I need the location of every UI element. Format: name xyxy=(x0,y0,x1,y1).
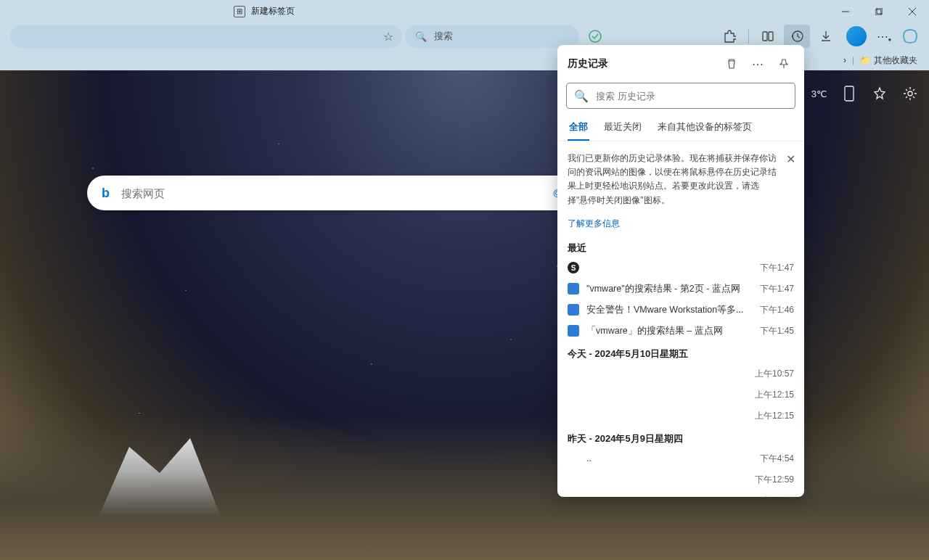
favicon xyxy=(568,325,579,337)
svg-rect-9 xyxy=(845,86,854,101)
search-placeholder: 搜索 xyxy=(434,30,453,43)
ntp-top-right: 3℃ xyxy=(811,85,919,102)
svg-rect-2 xyxy=(877,8,883,14)
pin-icon[interactable] xyxy=(774,54,794,74)
favicon xyxy=(568,368,579,379)
favicon xyxy=(568,283,579,295)
section-yesterday: 昨天 - 2024年5月9日星期四 xyxy=(557,427,804,448)
toolbar-search[interactable]: 🔍 搜索 xyxy=(405,25,579,48)
minimize-button[interactable] xyxy=(829,0,862,22)
svg-rect-7 xyxy=(769,32,773,41)
rewards-icon[interactable] xyxy=(871,85,888,102)
favicon xyxy=(568,304,579,316)
search-icon: 🔍 xyxy=(415,31,427,42)
browser-tab[interactable]: ⊞ 新建标签页 xyxy=(225,5,303,17)
folder-icon: 📁 xyxy=(860,55,871,65)
tab-recently-closed[interactable]: 最近关闭 xyxy=(602,116,643,141)
history-notice: 我们已更新你的历史记录体验。现在将捕获并保存你访问的资讯网站的图像，以便在将鼠标… xyxy=(566,149,795,210)
section-recent: 最近 xyxy=(557,236,804,258)
notice-close-icon[interactable]: ✕ xyxy=(786,150,795,169)
history-item-time: 下午1:47 xyxy=(760,262,794,274)
section-today: 今天 - 2024年5月10日星期五 xyxy=(557,342,804,363)
history-item[interactable]: "vmware"的搜索结果 - 第2页 - 蓝点网下午1:47 xyxy=(557,279,804,300)
history-item-title: .. xyxy=(586,453,753,464)
mobile-icon[interactable] xyxy=(840,85,858,102)
history-item[interactable]: 上午10:57 xyxy=(557,363,804,384)
ntp-search-input[interactable] xyxy=(121,187,541,199)
favicon xyxy=(568,474,579,485)
history-item[interactable]: 下午12:59 xyxy=(557,469,804,490)
titlebar: ⊞ 新建标签页 xyxy=(0,0,929,22)
close-button[interactable] xyxy=(896,0,929,22)
history-item[interactable]: 安全警告！VMware Workstation等多...下午1:46 xyxy=(557,300,804,321)
history-item[interactable]: 上午12:15 xyxy=(557,384,804,405)
history-search-input[interactable] xyxy=(596,91,787,102)
history-item-time: 下午1:47 xyxy=(760,283,794,295)
history-item-title: 安全警告！VMware Workstation等多... xyxy=(586,304,753,316)
history-item-title: "vmware"的搜索结果 - 第2页 - 蓝点网 xyxy=(586,283,753,295)
tab-title: 新建标签页 xyxy=(251,5,295,17)
history-item-time: 上午12:15 xyxy=(755,389,794,401)
favicon xyxy=(568,495,579,497)
tab-other-devices[interactable]: 来自其他设备的标签页 xyxy=(656,116,753,141)
newtab-icon: ⊞ xyxy=(234,6,245,17)
learn-more-link[interactable]: 了解更多信息 xyxy=(568,218,794,230)
history-item-title: 「vmware」的搜索结果 – 蓝点网 xyxy=(586,325,753,337)
notice-text: 我们已更新你的历史记录体验。现在将捕获并保存你访问的资讯网站的图像，以便在将鼠标… xyxy=(568,153,777,205)
history-item[interactable]: 上午12:15 xyxy=(557,405,804,427)
more-icon[interactable]: ⋯● xyxy=(874,25,894,48)
search-icon: 🔍 xyxy=(574,89,589,103)
temperature[interactable]: 3℃ xyxy=(811,88,827,99)
history-item[interactable]: ..下午4:54 xyxy=(557,448,804,469)
history-search[interactable]: 🔍 xyxy=(566,83,795,109)
history-item[interactable]: 下午12:34 xyxy=(557,490,804,497)
history-item-time: 下午12:34 xyxy=(755,495,794,497)
favicon xyxy=(568,453,579,464)
other-bookmarks[interactable]: 📁 其他收藏夹 xyxy=(854,54,923,67)
window-controls xyxy=(829,0,929,22)
history-header: 历史记录 ⋯ xyxy=(557,45,804,80)
history-item-time: 下午1:45 xyxy=(760,325,794,337)
delete-history-icon[interactable] xyxy=(721,54,742,74)
maximize-button[interactable] xyxy=(862,0,896,22)
history-panel: 历史记录 ⋯ 🔍 全部 最近关闭 来自其他设备的标签页 我们已更新你的历史记录体… xyxy=(557,45,804,497)
profile-avatar[interactable] xyxy=(846,26,867,46)
other-bookmarks-label: 其他收藏夹 xyxy=(874,54,917,67)
svg-point-5 xyxy=(589,30,601,42)
favicon xyxy=(568,389,579,400)
history-item-time: 上午10:57 xyxy=(755,368,794,380)
copilot-icon[interactable] xyxy=(897,25,923,48)
svg-rect-6 xyxy=(763,32,767,41)
history-item-time: 上午12:15 xyxy=(755,410,794,422)
favicon xyxy=(568,410,579,421)
svg-rect-1 xyxy=(875,9,881,15)
history-tabs: 全部 最近关闭 来自其他设备的标签页 xyxy=(557,116,804,141)
chevron-right-icon[interactable]: › xyxy=(838,55,852,65)
history-item-time: 下午12:59 xyxy=(755,474,794,486)
more-options-icon[interactable]: ⋯ xyxy=(748,54,768,74)
svg-point-10 xyxy=(908,91,912,96)
history-body: 我们已更新你的历史记录体验。现在将捕获并保存你访问的资讯网站的图像，以便在将鼠标… xyxy=(557,141,804,497)
history-item-time: 下午1:46 xyxy=(760,304,794,316)
bing-logo-icon: b xyxy=(102,186,110,201)
downloads-icon[interactable] xyxy=(813,25,839,48)
address-bar[interactable]: ☆ xyxy=(10,25,402,48)
favicon: S xyxy=(568,262,579,273)
history-item[interactable]: 「vmware」的搜索结果 – 蓝点网下午1:45 xyxy=(557,321,804,342)
settings-icon[interactable] xyxy=(901,85,919,102)
history-item-time: 下午4:54 xyxy=(760,453,794,465)
history-title: 历史记录 xyxy=(568,57,716,70)
favorite-icon[interactable]: ☆ xyxy=(383,30,393,44)
history-item[interactable]: S下午1:47 xyxy=(557,258,804,279)
tab-all[interactable]: 全部 xyxy=(568,116,589,141)
